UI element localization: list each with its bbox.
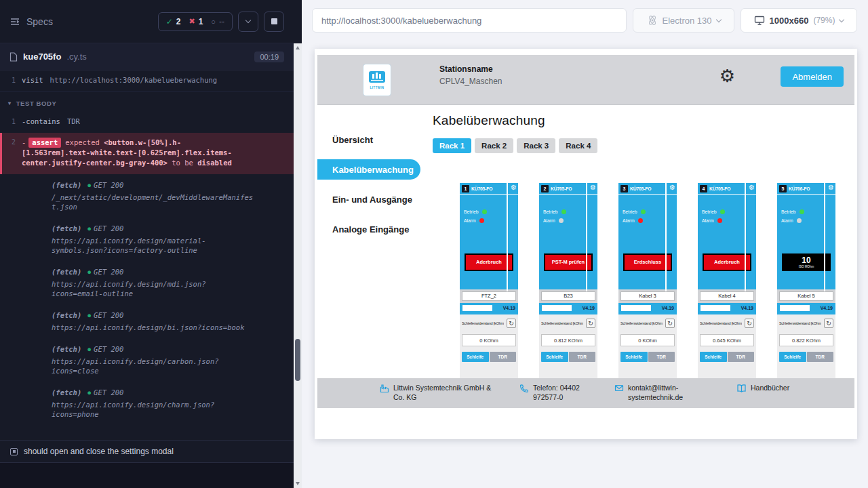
sidebar-nav-item[interactable]: Ein- und Ausgänge xyxy=(317,189,433,209)
logout-button[interactable]: Abmelden xyxy=(781,66,844,87)
resistance-section: Schleifenwiderstand [kOhm] ↻ 0.645 KOhm … xyxy=(698,314,756,378)
tdr-button[interactable]: TDR xyxy=(807,352,834,362)
tdr-button[interactable]: TDR xyxy=(728,352,755,362)
reporter-scrollbar[interactable] xyxy=(294,43,302,488)
check-icon: ✓ xyxy=(166,17,173,26)
schleife-button[interactable]: Schleife xyxy=(541,352,568,362)
cable-name-field[interactable]: Kabel 3 xyxy=(620,291,675,301)
card-gear-icon[interactable]: ⚙ xyxy=(749,184,755,191)
station-label: Stationsname xyxy=(439,64,502,74)
betrieb-led xyxy=(720,209,725,214)
book-icon xyxy=(736,384,747,393)
cable-name-field[interactable]: FTZ_2 xyxy=(462,291,516,301)
card-divider xyxy=(665,183,667,291)
monitor-icon xyxy=(754,16,765,25)
factory-icon xyxy=(380,384,389,393)
status-ok-dot: ● xyxy=(87,226,91,232)
rack-tab[interactable]: Rack 2 xyxy=(475,138,513,153)
refresh-button[interactable]: ↻ xyxy=(507,319,516,328)
tdr-button[interactable]: TDR xyxy=(648,352,675,362)
contains-command-row[interactable]: 1 -contains TDR xyxy=(0,113,294,130)
line-number: 1 xyxy=(4,117,22,127)
test-body-section[interactable]: ▾ TEST BODY xyxy=(0,92,294,113)
network-log-row[interactable]: (fetch)●GET 200 https://api.iconify.desi… xyxy=(0,218,294,261)
scroll-down-arrow[interactable] xyxy=(296,482,300,485)
url-input[interactable] xyxy=(312,8,627,33)
resistance-label: Schleifenwiderstand [kOhm] xyxy=(462,321,504,325)
card-gear-icon[interactable]: ⚙ xyxy=(828,184,834,191)
card-gear-icon[interactable]: ⚙ xyxy=(511,184,517,191)
alarm-row: Alarm xyxy=(623,217,677,224)
card-number-badge: 5 xyxy=(779,185,787,192)
assert-message: -assertexpected <button.w-[50%].h-[1.563… xyxy=(22,138,240,168)
network-log-row[interactable]: (fetch)●GET 200 https://api.iconify.desi… xyxy=(0,338,294,382)
electron-icon xyxy=(647,15,658,26)
version-row: V4.19 xyxy=(698,303,756,312)
rack-tab[interactable]: Rack 4 xyxy=(559,138,597,153)
phone-icon xyxy=(519,384,529,393)
card-gear-icon[interactable]: ⚙ xyxy=(590,184,596,191)
settings-gear-icon[interactable]: ⚙ xyxy=(719,67,735,85)
footer-phone[interactable]: Telefon: 04402 972577-0 xyxy=(519,383,602,402)
next-test-row[interactable]: should open and close the settings modal xyxy=(0,440,294,462)
version-row: V4.19 xyxy=(539,303,597,312)
pending-count: ○-- xyxy=(211,17,224,26)
schleife-button[interactable]: Schleife xyxy=(620,352,648,362)
schleife-button[interactable]: Schleife xyxy=(462,352,489,362)
log-header: (fetch)●GET 200 xyxy=(52,388,287,398)
cable-name-field[interactable]: Kabel 5 xyxy=(779,291,833,301)
stop-tests-button[interactable] xyxy=(264,12,284,32)
alarm-led xyxy=(559,218,564,223)
resistance-section: Schleifenwiderstand [kOhm] ↻ 0.812 KOhm … xyxy=(539,314,597,378)
betrieb-row: Betrieb xyxy=(623,208,677,215)
sidebar-nav-item[interactable]: Kabelüberwachung xyxy=(317,159,420,180)
network-log-row[interactable]: (fetch)●GET 200 https://api.iconify.desi… xyxy=(0,261,294,304)
sidebar-nav-item[interactable]: Übersicht xyxy=(317,129,433,150)
schleife-button[interactable]: Schleife xyxy=(700,352,727,362)
specs-toggle-button[interactable]: Specs xyxy=(9,16,53,27)
refresh-button[interactable]: ↻ xyxy=(665,319,675,328)
refresh-button[interactable]: ↻ xyxy=(824,319,833,328)
visit-command-row[interactable]: 1 visit http://localhost:3000/kabelueber… xyxy=(0,72,294,92)
refresh-button[interactable]: ↻ xyxy=(745,319,754,328)
scrollbar-thumb[interactable] xyxy=(295,339,300,381)
littwin-logo: LITTWIN xyxy=(363,64,391,96)
firmware-version: V4.19 xyxy=(741,306,753,310)
collapse-tests-button[interactable] xyxy=(238,12,258,32)
rack-tab[interactable]: Rack 3 xyxy=(517,138,555,153)
status-ok-dot: ● xyxy=(87,390,91,396)
viewport-size: 1000x660 xyxy=(770,16,809,26)
resistance-value-field: 0.822 KOhm xyxy=(779,334,833,346)
card-blank-field xyxy=(621,305,651,311)
scroll-up-arrow[interactable] xyxy=(296,46,300,49)
spec-file-bar[interactable]: kue705fo.cy.ts 00:19 xyxy=(0,43,294,70)
firmware-version: V4.19 xyxy=(821,306,833,310)
tdr-button[interactable]: TDR xyxy=(490,352,517,362)
cable-name-field[interactable]: B23 xyxy=(541,291,595,301)
betrieb-row: Betrieb xyxy=(702,208,756,215)
led-panel: Betrieb Alarm xyxy=(698,208,756,224)
cable-name-strip: Kabel 5 xyxy=(777,289,835,303)
app-header: LITTWIN Stationsname CPLV4_Maschen ⚙ Abm… xyxy=(317,55,854,105)
footer-email[interactable]: kontakt@littwin-systemtechnik.de xyxy=(614,383,694,402)
network-log-row[interactable]: (fetch)●GET 200 https://api.iconify.desi… xyxy=(0,304,294,338)
refresh-button[interactable]: ↻ xyxy=(586,319,595,328)
sidebar-nav-item[interactable]: Analoge Eingänge xyxy=(317,219,433,239)
failed-assert-row[interactable]: 2 -assertexpected <button.w-[50%].h-[1.5… xyxy=(0,133,294,174)
log-header: (fetch)●GET 200 xyxy=(52,310,287,321)
schleife-button[interactable]: Schleife xyxy=(779,352,806,362)
viewport-select[interactable]: 1000x660 (79%) xyxy=(741,8,857,33)
network-log-row[interactable]: (fetch)●GET 200 /_next/static/developmen… xyxy=(0,174,294,218)
app-footer: Littwin Systemtechnik GmbH & Co. KG Tele… xyxy=(317,378,854,408)
rack-tab[interactable]: Rack 1 xyxy=(433,138,471,153)
resistance-section: Schleifenwiderstand [kOhm] ↻ 0.822 KOhm … xyxy=(777,314,835,378)
network-log-row[interactable]: (fetch)●GET 200 https://api.iconify.desi… xyxy=(0,382,294,425)
footer-manuals[interactable]: Handbücher xyxy=(736,383,789,393)
led-panel: Betrieb Alarm xyxy=(618,208,677,224)
browser-select[interactable]: Electron 130 xyxy=(633,8,734,33)
card-gear-icon[interactable]: ⚙ xyxy=(669,184,675,191)
tdr-button[interactable]: TDR xyxy=(569,352,596,362)
cable-name-field[interactable]: Kabel 4 xyxy=(700,291,754,301)
app-preview: LITTWIN Stationsname CPLV4_Maschen ⚙ Abm… xyxy=(315,49,857,439)
test-stats[interactable]: ✓2 ✖1 ○-- xyxy=(158,12,233,31)
